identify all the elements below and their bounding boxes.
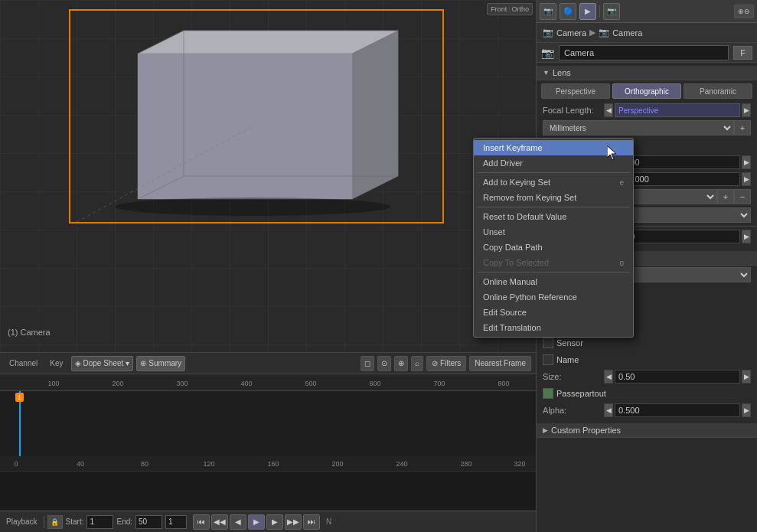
ctx-reset-default[interactable]: Reset to Default Value (474, 209, 633, 224)
svg-marker-2 (138, 54, 352, 199)
sec-240: 240 (396, 460, 407, 468)
ctx-sep2 (477, 207, 630, 207)
size-dec[interactable]: ◀ (604, 370, 613, 383)
summary-btn[interactable]: ⊕ Summary (136, 356, 185, 371)
add-camera-preset-btn[interactable]: + (717, 189, 734, 204)
ctx-add-driver[interactable]: Add Driver (474, 155, 633, 171)
custom-props-header[interactable]: ▶ Custom Properties (537, 423, 757, 438)
tab-perspective[interactable]: Perspective (541, 83, 610, 99)
name-checkbox[interactable] (543, 354, 553, 365)
size-control: ◀ ▶ (604, 370, 751, 383)
tab-orthographic[interactable]: Orthographic (612, 83, 681, 99)
start-label: Start: (66, 517, 84, 526)
size-inc[interactable]: ▶ (742, 370, 751, 383)
dope-sheet-select[interactable]: ◈ Dope Sheet ▾ (71, 356, 134, 371)
tab-panoramic[interactable]: Panoramic (684, 83, 752, 99)
sec-320: 320 (514, 460, 525, 468)
sec-280: 280 (460, 460, 471, 468)
jump-end-btn[interactable]: ⏭ (303, 514, 320, 530)
pb-sep1 (44, 516, 44, 528)
ruler-200: 200 (112, 380, 123, 387)
breadcrumb-item-2[interactable]: Camera (612, 28, 642, 38)
start-inc[interactable]: ▶ (742, 155, 751, 169)
ctx-edit-translation[interactable]: Edit Translation (474, 320, 633, 335)
world-icon-btn[interactable]: ▶ (579, 3, 596, 20)
ctx-copy-data-path[interactable]: Copy Data Path (474, 240, 633, 255)
context-menu: Insert Keyframe Add Driver Add to Keying… (473, 138, 634, 338)
select-mode-btn[interactable]: ◻ (361, 356, 374, 371)
scene-icon-btn[interactable]: 🔵 (560, 3, 576, 20)
focal-length-dec[interactable]: ◀ (604, 103, 613, 117)
ctx-copy-to-selected[interactable]: Copy To Selected o (474, 255, 633, 270)
distance-inc[interactable]: ▶ (742, 230, 751, 243)
ruler-800: 800 (498, 380, 509, 387)
ruler-300: 300 (176, 380, 188, 387)
play-btn[interactable]: ▶ (248, 514, 265, 530)
name-checkbox-item: Name (543, 354, 579, 365)
size-input[interactable] (615, 370, 740, 383)
name-row: Name (537, 351, 757, 368)
ruler-600: 600 (369, 380, 380, 387)
filters-btn[interactable]: ⊘ Filters (426, 356, 466, 371)
nav-front[interactable]: Front (491, 5, 507, 13)
current-frame-input[interactable] (165, 515, 187, 529)
ctx-edit-source[interactable]: Edit Source (474, 305, 633, 320)
sensor-display-checkbox[interactable] (543, 338, 553, 348)
focal-length-value[interactable]: Perspective (615, 103, 740, 117)
ruler-400: 400 (240, 380, 252, 387)
ctx-insert-keyframe[interactable]: Insert Keyframe (474, 140, 633, 155)
camera-name-input[interactable] (559, 45, 729, 60)
alpha-control: ◀ ▶ (604, 403, 751, 417)
nearest-frame-btn[interactable]: Nearest Frame (469, 356, 531, 371)
filters-icon: ⊘ (432, 359, 438, 367)
viewport-nav[interactable]: Front | Ortho (487, 3, 533, 15)
zoom-btn[interactable]: ⌕ (411, 356, 423, 371)
fake-user-btn[interactable]: F (733, 46, 752, 60)
focal-length-inc[interactable]: ▶ (742, 103, 751, 117)
onion-btn[interactable]: ⊙ (377, 356, 391, 371)
lens-header[interactable]: ▼ Lens (537, 66, 757, 80)
next-frame-btn[interactable]: ▶ (266, 514, 283, 530)
ctx-add-keying-set[interactable]: Add to Keying Set e (474, 175, 633, 190)
ruler-100: 100 (47, 380, 59, 387)
ruler-700: 700 (433, 380, 445, 387)
alpha-inc[interactable]: ▶ (742, 403, 751, 417)
focal-length-row: Focal Length: ◀ Perspective ▶ (537, 102, 757, 119)
magnify-btn[interactable]: ⊕ (394, 356, 408, 371)
sec-80: 80 (141, 460, 148, 468)
end-inc[interactable]: ▶ (742, 172, 751, 186)
lock-btn[interactable]: 🔒 (47, 515, 63, 529)
next-keyframe-btn[interactable]: ▶▶ (285, 514, 302, 530)
start-frame-input[interactable] (86, 515, 113, 529)
ctx-online-python[interactable]: Online Python Reference (474, 289, 633, 305)
panel-options-btn[interactable]: ⊕⊖ (734, 5, 754, 18)
object-data-btn[interactable]: 📷 (603, 3, 620, 20)
nav-ortho[interactable]: Ortho (511, 5, 529, 13)
ctx-online-manual[interactable]: Online Manual (474, 274, 633, 289)
prev-frame-btn[interactable]: ◀ (230, 514, 246, 530)
sec-120: 120 (203, 460, 214, 468)
millimeters-select[interactable]: Millimeters (543, 120, 734, 135)
timeline-content[interactable]: 1 (0, 391, 536, 456)
passepartout-checkbox-item: Passepartout (543, 388, 606, 399)
timeline[interactable]: Channel Key ◈ Dope Sheet ▾ ⊕ Summary ◻ ⊙… (0, 352, 536, 471)
camera-icon-2: 📷 (599, 28, 609, 38)
ctx-remove-keying-set[interactable]: Remove from Keying Set (474, 190, 633, 205)
end-frame-input[interactable] (135, 515, 162, 529)
alpha-dec[interactable]: ◀ (604, 403, 613, 417)
ctx-unset[interactable]: Unset (474, 224, 633, 240)
millimeters-row: Millimeters + (537, 119, 757, 137)
right-top-bar: 📷 🔵 ▶ 📷 ⊕⊖ (537, 0, 757, 23)
alpha-input[interactable] (615, 403, 740, 417)
remove-camera-preset-btn[interactable]: − (734, 189, 751, 204)
add-preset-btn[interactable]: + (734, 120, 751, 135)
jump-start-btn[interactable]: ⏮ (193, 514, 210, 530)
render-icon-btn[interactable]: 📷 (540, 3, 556, 20)
playback-controls: ⏮ ◀◀ ◀ ▶ ▶ ▶▶ ⏭ (193, 514, 320, 530)
breadcrumb-item-1[interactable]: Camera (556, 28, 586, 38)
passepartout-checkbox[interactable] (543, 388, 553, 399)
viewport[interactable]: (1) Camera Front | Ortho (0, 0, 536, 352)
alpha-row: Alpha: ◀ ▶ (537, 402, 757, 419)
breadcrumb: 📷 Camera ▶ 📷 Camera (537, 23, 757, 43)
prev-keyframe-btn[interactable]: ◀◀ (211, 514, 228, 530)
